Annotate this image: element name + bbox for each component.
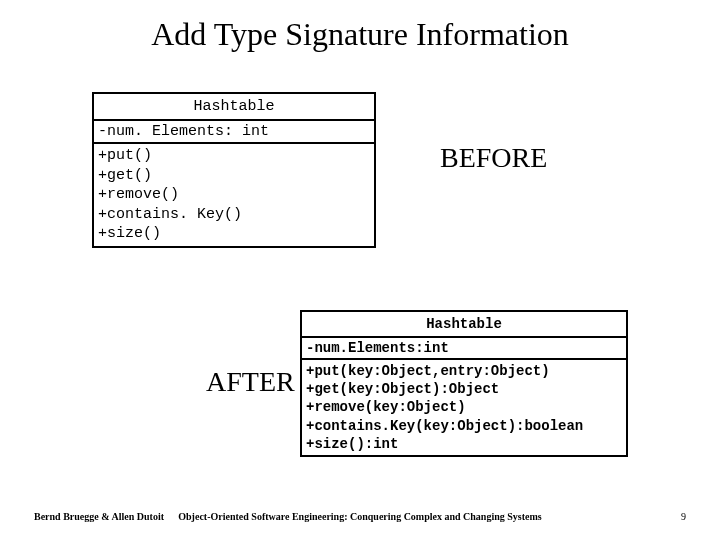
class-attrs-after: -num.Elements:int (302, 338, 626, 360)
class-name-after: Hashtable (302, 312, 626, 338)
footer-page-number: 9 (681, 511, 686, 522)
uml-class-after: Hashtable -num.Elements:int +put(key:Obj… (300, 310, 628, 457)
class-ops-before: +put() +get() +remove() +contains. Key()… (94, 144, 374, 246)
op-row: +get(key:Object):Object (306, 380, 622, 398)
before-label: BEFORE (440, 142, 547, 174)
op-row: +contains.Key(key:Object):boolean (306, 417, 622, 435)
class-name-before: Hashtable (94, 94, 374, 121)
slide-title: Add Type Signature Information (0, 16, 720, 53)
uml-class-before: Hashtable -num. Elements: int +put() +ge… (92, 92, 376, 248)
op-row: +remove(key:Object) (306, 398, 622, 416)
op-row: +remove() (98, 185, 370, 205)
after-label: AFTER (206, 366, 295, 398)
op-row: +put(key:Object,entry:Object) (306, 362, 622, 380)
footer-book-title: Object-Oriented Software Engineering: Co… (0, 511, 720, 522)
op-row: +size() (98, 224, 370, 244)
op-row: +contains. Key() (98, 205, 370, 225)
op-row: +put() (98, 146, 370, 166)
op-row: +size():int (306, 435, 622, 453)
class-attrs-before: -num. Elements: int (94, 121, 374, 144)
class-ops-after: +put(key:Object,entry:Object) +get(key:O… (302, 360, 626, 455)
op-row: +get() (98, 166, 370, 186)
